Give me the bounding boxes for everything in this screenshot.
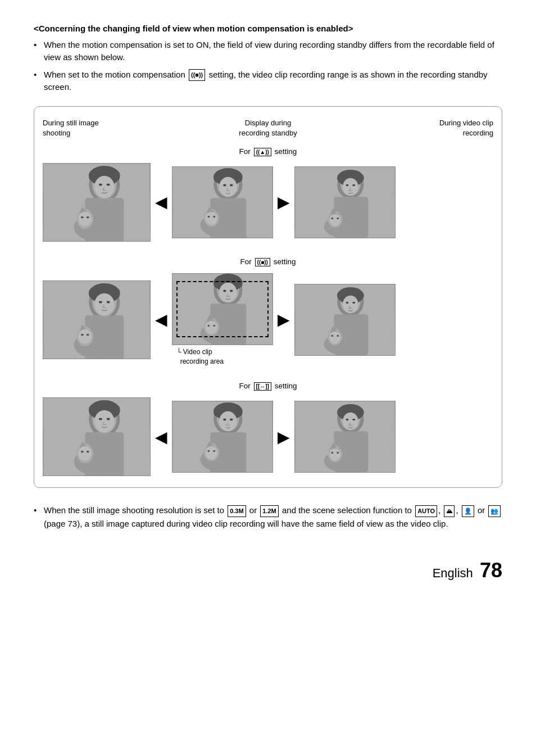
row2-photos: ◀ [43, 273, 493, 366]
svg-point-95 [337, 334, 339, 337]
photo-svg [43, 164, 150, 241]
row3-setting-label-area: For [[↔]] setting [43, 382, 493, 394]
svg-point-134 [343, 413, 358, 431]
svg-point-40 [352, 184, 355, 187]
svg-point-31 [213, 216, 215, 218]
svg-point-104 [107, 418, 110, 420]
row2-setting-label-area: For ((■)) setting [43, 257, 493, 270]
col-left-header: During still imageshooting [43, 118, 99, 138]
svg-point-78 [207, 325, 210, 327]
svg-point-71 [223, 289, 226, 292]
bottom-bullet-item: When the still image shooting resolution… [34, 504, 502, 531]
col-center-header-area: Display duringrecording standby [206, 118, 330, 143]
col-right-header-area: During video cliprecording [375, 118, 493, 143]
bottom-bullet-list: When the still image shooting resolution… [34, 504, 502, 531]
row1-arrow-left: ◀ [155, 193, 167, 211]
row1-photos: ◀ [43, 163, 493, 242]
row1-setting-label-area: For ((▲)) setting [43, 147, 493, 160]
diagram-container: During still imageshooting Display durin… [34, 106, 502, 488]
svg-point-79 [213, 325, 215, 327]
row2-center-image [172, 273, 273, 345]
svg-point-24 [230, 184, 233, 186]
svg-point-103 [99, 418, 102, 420]
row1-right-photo [294, 166, 396, 238]
svg-point-14 [81, 216, 84, 218]
diagram-headers: During still imageshooting Display durin… [43, 118, 493, 143]
row3-photos: ◀ [43, 397, 493, 476]
center-photo-svg [172, 167, 272, 238]
svg-point-8 [107, 183, 110, 185]
svg-point-88 [352, 301, 355, 304]
row3-center-photo [172, 401, 273, 473]
video-clip-recording-area-label: └ Video clip recording area [172, 347, 224, 366]
row2-left-photo [43, 280, 151, 359]
badge-12m: 1.2M [260, 505, 278, 518]
header-title: <Concerning the changing field of view w… [34, 22, 502, 35]
row1-setting-label: For ((▲)) setting [206, 147, 330, 156]
right-photo-svg2 [295, 284, 395, 355]
svg-point-111 [87, 451, 89, 453]
svg-point-135 [346, 419, 348, 421]
svg-point-110 [81, 451, 84, 453]
svg-point-13 [78, 212, 92, 227]
right-photo-svg [295, 167, 395, 238]
row2-left-image [43, 280, 151, 359]
badge-portrait: 👤 [462, 505, 474, 518]
center-photo-svg2 [172, 274, 272, 345]
svg-point-136 [352, 419, 355, 421]
svg-point-7 [99, 183, 102, 185]
row3-setting-label: For [[↔]] setting [206, 382, 330, 391]
row3-left-photo [43, 397, 151, 476]
language-label: English [433, 566, 473, 580]
ois3-icon: [[↔]] [254, 382, 271, 391]
header-section: <Concerning the changing field of view w… [34, 22, 502, 94]
bullet-2: When set to the motion compensation ((■)… [34, 69, 502, 94]
svg-point-77 [205, 320, 217, 334]
svg-point-141 [329, 449, 340, 461]
ois-icon-badge: ((■)) [189, 69, 205, 81]
badge-03m: 0.3M [228, 505, 246, 518]
row3-left-image [43, 397, 151, 476]
right-photo-svg3 [295, 401, 395, 472]
svg-point-127 [213, 450, 215, 452]
badge-auto: AUTO [415, 505, 437, 518]
bullet-1: When the motion compensation is set to O… [34, 39, 502, 64]
photo-svg2 [43, 281, 150, 359]
row2-center-photo-area: └ Video clip recording area [172, 273, 273, 366]
row3-arrow-left: ◀ [155, 428, 167, 446]
badge-portrait2: 👥 [488, 505, 501, 518]
badge-landscape: ⛰ [444, 505, 455, 518]
svg-point-87 [346, 301, 348, 304]
svg-point-45 [329, 214, 340, 226]
svg-point-119 [223, 419, 226, 421]
header-bullets: When the motion compensation is set to O… [34, 39, 502, 94]
svg-point-56 [107, 301, 110, 303]
row2-arrow-right: ▶ [278, 310, 290, 329]
photo-svg3 [43, 398, 150, 476]
svg-point-72 [230, 289, 233, 292]
row1-arrow-right: ▶ [278, 193, 290, 211]
row3-right-photo [294, 401, 396, 473]
svg-point-109 [78, 446, 92, 461]
ois1-icon: ((▲)) [254, 148, 271, 156]
col-center-header: Display duringrecording standby [239, 118, 297, 138]
svg-point-63 [87, 333, 89, 336]
svg-point-120 [230, 419, 233, 421]
row1-left-image [43, 163, 151, 242]
ois2-icon: ((■)) [255, 258, 270, 266]
svg-point-142 [331, 452, 333, 454]
svg-point-62 [81, 333, 84, 336]
row2-right-photo [294, 284, 396, 356]
svg-point-93 [329, 331, 340, 343]
row1-right-image [294, 166, 396, 238]
svg-point-39 [346, 184, 348, 187]
row3-arrow-right: ▶ [278, 428, 290, 446]
page-content: <Concerning the changing field of view w… [34, 22, 502, 582]
svg-point-15 [87, 216, 89, 218]
row2-right-image [294, 284, 396, 356]
row3-right-image [294, 401, 396, 473]
svg-point-47 [337, 218, 339, 220]
svg-point-126 [207, 450, 210, 452]
row1-left-photo [43, 163, 151, 242]
center-photo-svg3 [172, 401, 272, 472]
